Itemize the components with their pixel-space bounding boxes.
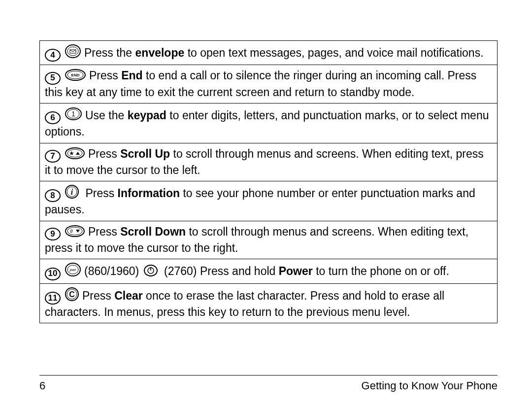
key-row: 5ENDPress End to end a call or to silenc… [40, 65, 498, 103]
step-number: 9 [45, 228, 61, 240]
description-text: Scroll Down [120, 225, 186, 238]
key-row: 10pwr(860/1960) (2760) Press and hold Po… [40, 259, 498, 283]
key-row: 9#Press Scroll Down to scroll through me… [40, 221, 498, 259]
page-number: 6 [39, 378, 45, 393]
power2-icon [143, 264, 158, 277]
description-text: Press [82, 187, 118, 200]
svg-text:C: C [69, 290, 75, 299]
description-text: End [121, 69, 142, 82]
clear-icon: C [65, 287, 79, 302]
description-text: envelope [135, 46, 185, 59]
step-number: 7 [45, 150, 61, 163]
step-number: 5 [45, 72, 61, 85]
svg-text:#: # [70, 228, 73, 234]
starup-icon: ★ [65, 147, 85, 160]
key-reference-table: 4Press the envelope to open text message… [39, 40, 498, 323]
one-icon: 1 [65, 106, 82, 121]
description-text: to open text messages, pages, and voice … [184, 46, 483, 59]
end-icon: END [65, 68, 86, 81]
svg-text:END: END [71, 73, 80, 77]
description-text: (2760) Press and hold [161, 265, 279, 277]
key-row: 61Use the keypad to enter digits, letter… [40, 103, 498, 143]
step-number: 11 [45, 292, 61, 305]
description-text: Power [279, 265, 313, 277]
description-text: Press the [84, 46, 135, 59]
page-footer: 6 Getting to Know Your Phone [39, 375, 498, 393]
description-text: keypad [128, 109, 166, 122]
description-text: Press [89, 69, 121, 82]
description-text: Press [82, 289, 114, 302]
step-number: 6 [45, 111, 61, 124]
key-row: 11CPress Clear once to erase the last ch… [40, 283, 498, 323]
hashdown-icon: # [65, 225, 85, 238]
svg-text:pwr: pwr [69, 268, 76, 272]
description-text: to turn the phone on or off. [313, 265, 449, 277]
description-text: Information [118, 187, 180, 200]
step-number: 4 [45, 49, 61, 62]
description-text: (860/1960) [84, 265, 142, 277]
step-number: 10 [45, 268, 61, 280]
description-text: Press [88, 147, 120, 160]
step-number: 8 [45, 189, 61, 202]
svg-text:i: i [71, 188, 73, 196]
key-row: 7★Press Scroll Up to scroll through menu… [40, 143, 498, 181]
svg-point-1 [67, 47, 78, 56]
info-icon: i [65, 184, 79, 199]
svg-text:1: 1 [71, 110, 75, 118]
key-row: 4Press the envelope to open text message… [40, 41, 498, 65]
section-title: Getting to Know Your Phone [362, 378, 498, 393]
description-text: Use the [85, 109, 128, 122]
svg-text:★: ★ [69, 150, 74, 157]
description-text: Clear [114, 289, 143, 302]
key-row: 8i Press Information to see your phone n… [40, 181, 498, 221]
pwr-icon: pwr [65, 262, 81, 277]
envelope-icon [65, 44, 81, 59]
description-text: Scroll Up [120, 147, 170, 160]
description-text: Press [88, 225, 120, 238]
